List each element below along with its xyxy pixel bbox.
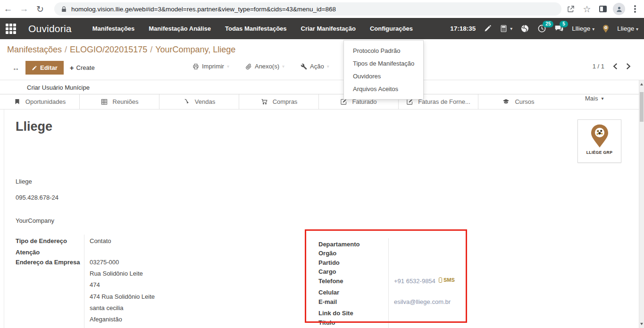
label-link-site: Link do Site bbox=[318, 310, 353, 317]
more-dropdown[interactable]: Mais ▾ bbox=[585, 95, 603, 102]
stat-button-reunioes[interactable]: Reuniões bbox=[80, 94, 159, 109]
create-user-row: Criar Usuário Munícipe bbox=[0, 81, 644, 94]
company-logo[interactable]: LLIÈGE GRP bbox=[577, 119, 621, 163]
attachments-dropdown[interactable]: Anexo(s) ▾ bbox=[245, 63, 284, 70]
apps-menu-icon[interactable] bbox=[0, 24, 22, 34]
url-text[interactable]: homolog.vision.llie.ge/web#id=3&model=re… bbox=[71, 6, 336, 13]
stat-button-compras[interactable]: Compras bbox=[239, 94, 319, 109]
forward-icon[interactable]: → bbox=[16, 4, 32, 14]
pager: 1 / 1 bbox=[593, 63, 631, 70]
stat-button-row: Oportunidades Reuniões Vendas Compras Fa… bbox=[0, 94, 644, 109]
value-pais[interactable]: Afeganistão bbox=[90, 316, 122, 323]
plus-icon: + bbox=[70, 64, 74, 72]
user-menu[interactable]: Lliege ▾ bbox=[617, 25, 638, 32]
reload-icon[interactable]: ↻ bbox=[32, 4, 48, 15]
breadcrumb-current: YourCompany, Lliege bbox=[155, 45, 235, 54]
value-rua[interactable]: Rua Solidônio Leite bbox=[90, 270, 143, 277]
label-cargo: Cargo bbox=[318, 268, 336, 275]
clock-time: 17:18:35 bbox=[450, 25, 476, 32]
messages-badge: 5 bbox=[560, 21, 568, 27]
value-endereco-completo[interactable]: 474 Rua Solidônio Leite bbox=[90, 293, 155, 300]
menu-item-tipos-manifestacao[interactable]: Tipos de Manifestação bbox=[344, 57, 423, 70]
menu-criar-manifestacao[interactable]: Criar Manifestação bbox=[301, 25, 356, 32]
stat-button-oportunidades[interactable]: Oportunidades bbox=[0, 94, 80, 109]
sheet-border bbox=[4, 109, 4, 328]
pen-icon[interactable] bbox=[484, 25, 492, 33]
expand-icon[interactable]: ↔ bbox=[12, 64, 19, 72]
label-telefone: Telefone bbox=[318, 278, 343, 285]
label-titulo: Título bbox=[318, 319, 335, 326]
pager-value: 1 / 1 bbox=[593, 63, 604, 70]
value-numero[interactable]: 474 bbox=[90, 281, 100, 288]
field-separator bbox=[388, 238, 389, 328]
share-icon[interactable] bbox=[565, 3, 577, 15]
stat-button-vendas[interactable]: Vendas bbox=[159, 94, 239, 109]
field-name[interactable]: Lliege bbox=[16, 178, 32, 185]
menu-todas-manifestacoes[interactable]: Todas Manifestações bbox=[225, 25, 287, 32]
globe-icon[interactable] bbox=[520, 24, 529, 33]
scroll-down-icon[interactable] bbox=[640, 323, 643, 325]
label-departamento: Departamento bbox=[318, 241, 360, 248]
pager-next-icon[interactable] bbox=[626, 63, 631, 69]
menu-manifestacoes[interactable]: Manifestações bbox=[92, 25, 135, 32]
mobile-phone-icon bbox=[439, 278, 442, 283]
create-user-button[interactable]: Criar Usuário Munícipe bbox=[27, 84, 90, 91]
calendar-grid-icon bbox=[100, 98, 108, 105]
edit-button[interactable]: Editar bbox=[25, 61, 64, 75]
menu-item-ouvidores[interactable]: Ouvidores bbox=[344, 70, 423, 83]
menu-item-protocolo-padrao[interactable]: Protocolo Padrão bbox=[344, 44, 423, 57]
printer-icon bbox=[192, 63, 199, 70]
cart-icon bbox=[260, 98, 268, 105]
curved-arrow-icon bbox=[183, 98, 190, 106]
value-tipo-endereco[interactable]: Contato bbox=[90, 237, 111, 244]
logo-caption: LLIÈGE GRP bbox=[578, 150, 621, 155]
browser-toolbar: ← → ↻ homolog.vision.llie.ge/web#id=3&mo… bbox=[0, 0, 644, 18]
messages-button[interactable]: 5 bbox=[554, 24, 564, 33]
value-email[interactable]: esilva@lliege.com.br bbox=[394, 298, 451, 305]
chevron-down-icon: ▾ bbox=[327, 64, 329, 69]
scroll-up-icon[interactable] bbox=[640, 83, 643, 85]
menu-item-arquivos-aceitos[interactable]: Arquivos Aceitos bbox=[344, 83, 423, 95]
chevron-down-icon: ▾ bbox=[592, 26, 594, 32]
stat-button-cursos[interactable]: Cursos bbox=[478, 94, 558, 109]
print-dropdown[interactable]: Imprimir ▾ bbox=[192, 63, 229, 70]
breadcrumb-manifestacoes[interactable]: Manifestações bbox=[7, 45, 62, 54]
screen: ← → ↻ homolog.vision.llie.ge/web#id=3&mo… bbox=[0, 0, 644, 328]
paperclip-icon bbox=[245, 63, 252, 70]
chevron-down-icon: ▾ bbox=[510, 26, 512, 31]
address-bar[interactable]: homolog.vision.llie.ge/web#id=3&model=re… bbox=[54, 2, 561, 16]
sms-button[interactable]: SMS bbox=[439, 277, 455, 283]
label-atencao: Atenção bbox=[16, 249, 40, 256]
company-switcher[interactable]: Llliege ▾ bbox=[572, 25, 594, 32]
field-vat[interactable]: 095.428.678-24 bbox=[16, 194, 59, 201]
field-company[interactable]: YourCompany bbox=[16, 217, 54, 224]
menu-configuracoes[interactable]: Configurações bbox=[370, 25, 413, 32]
action-dropdown[interactable]: Ação ▾ bbox=[301, 63, 329, 70]
back-icon[interactable]: ← bbox=[0, 4, 16, 14]
graduation-cap-icon bbox=[502, 98, 510, 105]
value-telefone[interactable]: +91 6532-9854 bbox=[394, 278, 435, 285]
pager-previous-icon[interactable] bbox=[613, 63, 618, 69]
user-avatar-pin-icon bbox=[602, 25, 609, 33]
control-panel: Manifestações/ELOGIO/202015175/YourCompa… bbox=[0, 39, 644, 80]
record-title[interactable]: Lliege bbox=[16, 119, 52, 134]
activities-button[interactable]: 25 bbox=[537, 24, 546, 33]
browser-menu-icon[interactable] bbox=[629, 3, 641, 15]
browser-actions: ☆ bbox=[565, 0, 641, 18]
menu-manifestacao-analise[interactable]: Manifestação Análise bbox=[149, 25, 211, 32]
breadcrumb-elogio[interactable]: ELOGIO/202015175 bbox=[70, 45, 147, 54]
label-email: E-mail bbox=[318, 298, 337, 305]
side-panel-icon[interactable] bbox=[597, 3, 609, 15]
create-button[interactable]: + Create bbox=[70, 64, 95, 72]
label-partido: Partido bbox=[318, 259, 340, 266]
value-cep[interactable]: 03275-000 bbox=[90, 259, 119, 266]
control-buttons: ↔ Editar + Create bbox=[12, 61, 95, 75]
map-pin-logo-icon bbox=[589, 124, 610, 149]
scrollbar-thumb[interactable] bbox=[640, 92, 644, 122]
vertical-scrollbar[interactable] bbox=[639, 80, 644, 328]
bookmark-star-icon[interactable]: ☆ bbox=[581, 3, 593, 15]
calculator-menu[interactable]: ▾ bbox=[500, 24, 512, 33]
profile-avatar[interactable] bbox=[613, 3, 625, 15]
app-title[interactable]: Ouvidoria bbox=[28, 23, 72, 34]
value-bairro[interactable]: santa cecilia bbox=[90, 304, 124, 311]
